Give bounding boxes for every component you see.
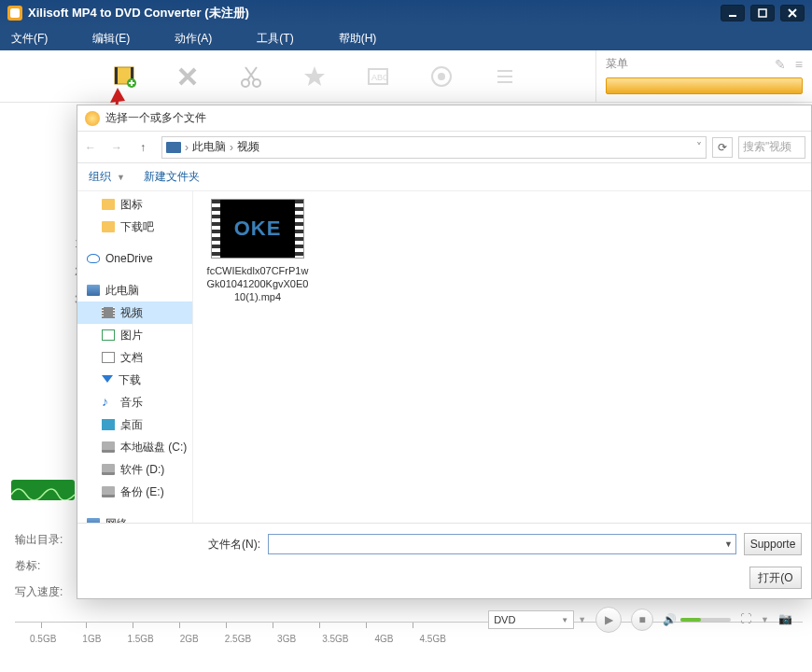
stop-button[interactable]: ■ (631, 609, 653, 631)
fullscreen-icon[interactable]: ⛶ (740, 612, 757, 627)
volume-slider[interactable] (680, 618, 731, 622)
volume-label: 卷标: (15, 553, 63, 579)
waveform-display (11, 480, 75, 500)
write-speed-label: 写入速度: (15, 579, 63, 605)
list-button[interactable] (491, 63, 519, 91)
drive-icon (102, 464, 115, 475)
tree-icons[interactable]: 图标 (77, 193, 192, 216)
tree-download-site[interactable]: 下载吧 (77, 216, 192, 238)
filename-input[interactable]: ▼ (268, 534, 736, 554)
music-icon: ♪ (102, 397, 115, 408)
effects-button[interactable] (301, 63, 329, 91)
file-item[interactable]: OKE fcCWIEkdlx07CFrP1wGk01041200KgvX0E01… (206, 199, 309, 303)
file-name: fcCWIEkdlx07CFrP1wGk01041200KgvX0E010(1)… (206, 264, 309, 303)
file-open-dialog: 选择一个或多个文件 ← → ↑ › 此电脑 › 视频 ˅ ⟳ 搜索"视频 组织▼… (77, 105, 812, 599)
maximize-button[interactable] (750, 5, 775, 21)
forward-button: → (104, 136, 130, 159)
menu-edit[interactable]: 编辑(E) (92, 31, 130, 47)
menu-file[interactable]: 文件(F) (11, 31, 48, 47)
svg-text:ABC: ABC (371, 73, 389, 82)
search-placeholder: 搜索"视频 (743, 139, 791, 155)
window-buttons (721, 5, 805, 21)
cloud-icon (87, 254, 100, 263)
minimize-button[interactable] (721, 5, 745, 21)
play-button[interactable]: ▶ (595, 607, 622, 633)
tree-thispc[interactable]: 此电脑 (77, 279, 192, 301)
template-preview[interactable] (606, 77, 803, 94)
address-bar[interactable]: › 此电脑 › 视频 ˅ (161, 136, 707, 159)
output-dir-label: 输出目录: (15, 526, 63, 553)
toolbar: ABC 菜单 ✎ ≡ (0, 50, 812, 103)
chevron-down-icon: ▼ (561, 616, 568, 624)
volume-control[interactable]: 🔊 (663, 613, 731, 626)
file-pane[interactable]: OKE fcCWIEkdlx07CFrP1wGk01041200KgvX0E01… (193, 191, 811, 523)
burn-button[interactable] (427, 63, 455, 91)
cut-button[interactable] (237, 63, 265, 91)
crumb-videos[interactable]: 视频 (237, 139, 259, 155)
tree-documents[interactable]: 文档 (77, 346, 192, 369)
dialog-nav: ← → ↑ › 此电脑 › 视频 ˅ ⟳ 搜索"视频 (77, 132, 811, 163)
menu-tools[interactable]: 工具(T) (257, 31, 293, 47)
svg-line-14 (247, 67, 257, 80)
tree-pictures[interactable]: 图片 (77, 324, 192, 346)
back-button[interactable]: ← (77, 136, 104, 159)
pc-icon (166, 142, 181, 153)
tree-drive-d[interactable]: 软件 (D:) (77, 458, 192, 481)
snapshot-icon[interactable]: 📷 (778, 612, 795, 627)
pc-icon (87, 285, 100, 296)
dialog-title: 选择一个或多个文件 (105, 110, 206, 126)
crumb-thispc[interactable]: 此电脑 (192, 139, 226, 155)
right-panel-header: 菜单 ✎ ≡ (595, 50, 812, 103)
chevron-down-icon[interactable]: ▼ (761, 615, 769, 624)
tree-videos[interactable]: 视频 (77, 301, 192, 324)
picture-icon (102, 329, 115, 341)
dialog-titlebar: 选择一个或多个文件 (77, 105, 811, 132)
playback-controls: DVD▼ ▼ ▶ ■ 🔊 ⛶▼ 📷 (488, 607, 795, 633)
delete-button[interactable] (174, 63, 202, 91)
list-icon[interactable]: ≡ (795, 57, 803, 72)
refresh-button[interactable]: ⟳ (712, 137, 733, 158)
tree-drive-c[interactable]: 本地磁盘 (C:) (77, 436, 192, 458)
edit-icon[interactable]: ✎ (775, 57, 786, 72)
tree-drive-e[interactable]: 备份 (E:) (77, 481, 192, 503)
open-button[interactable]: 打开(O (749, 567, 802, 589)
chevron-right-icon: › (185, 141, 189, 154)
tree-downloads[interactable]: 下载 (77, 369, 192, 391)
window-title: Xilisoft MP4 to DVD Converter (未注册) (28, 5, 721, 21)
tree-music[interactable]: ♪音乐 (77, 391, 192, 413)
svg-line-15 (245, 67, 255, 80)
drive-icon (102, 441, 115, 453)
file-type-dropdown[interactable]: Supporte (744, 533, 802, 555)
desktop-icon (102, 419, 115, 430)
tree-network[interactable]: 网络 (77, 512, 192, 523)
search-input[interactable]: 搜索"视频 (738, 136, 805, 159)
menu-help[interactable]: 帮助(H) (339, 31, 377, 47)
drive-icon (102, 486, 115, 497)
chevron-down-icon[interactable]: ▼ (724, 539, 733, 549)
menu-action[interactable]: 动作(A) (175, 31, 212, 47)
new-folder-button[interactable]: 新建文件夹 (144, 169, 200, 185)
dialog-body: 图标 下载吧 OneDrive 此电脑 视频 图片 文档 下载 ♪音乐 桌面 本… (77, 191, 811, 523)
up-button[interactable]: ↑ (130, 136, 156, 159)
tree-onedrive[interactable]: OneDrive (77, 247, 192, 270)
folder-tree: 图标 下载吧 OneDrive 此电脑 视频 图片 文档 下载 ♪音乐 桌面 本… (77, 191, 193, 523)
video-icon (102, 307, 115, 318)
chevron-down-icon[interactable]: ▼ (578, 615, 586, 624)
add-file-button[interactable] (110, 63, 138, 91)
folder-icon (102, 221, 115, 232)
document-icon (102, 352, 115, 363)
menu-bar: 文件(F) 编辑(E) 动作(A) 工具(T) 帮助(H) (0, 26, 812, 50)
download-icon (102, 375, 113, 388)
dialog-toolbar: 组织▼ 新建文件夹 (77, 163, 811, 191)
tree-desktop[interactable]: 桌面 (77, 413, 192, 436)
dialog-icon (85, 111, 100, 126)
close-button[interactable] (780, 5, 805, 21)
chevron-down-icon: ▼ (117, 173, 125, 182)
dialog-bottom: 文件名(N): ▼ Supporte 打开(O (77, 523, 811, 598)
chevron-down-icon[interactable]: ˅ (696, 141, 702, 154)
disc-type-dropdown[interactable]: DVD▼ (488, 610, 574, 629)
subtitle-button[interactable]: ABC (364, 63, 392, 91)
organize-button[interactable]: 组织 (89, 169, 111, 185)
output-settings: 输出目录: 卷标: 写入速度: (15, 526, 63, 605)
speaker-icon: 🔊 (663, 613, 677, 626)
